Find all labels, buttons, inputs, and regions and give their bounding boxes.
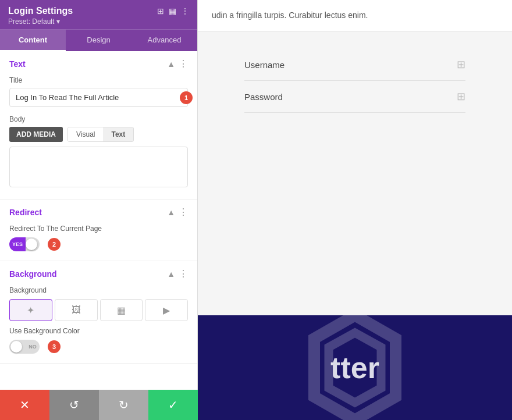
login-form-area: Username ⊞ Password ⊞ [198, 31, 512, 315]
undo-button[interactable]: ↺ [49, 390, 99, 420]
use-bg-badge: 3 [48, 340, 61, 353]
panel-title: Login Settings [8, 6, 73, 16]
panel-footer: ✕ ↺ ↻ ✓ [0, 390, 198, 420]
view-tabs: Visual Text [67, 127, 134, 142]
background-type-row: ✦ 🖼 ▦ ▶ [9, 299, 188, 321]
redirect-section-title: Redirect [9, 208, 42, 217]
add-media-button[interactable]: ADD MEDIA [9, 127, 63, 142]
redo-button[interactable]: ↻ [99, 390, 148, 420]
username-field: Username ⊞ [244, 49, 465, 81]
bg-image-icon[interactable]: 🖼 [55, 299, 98, 321]
body-label: Body [9, 115, 188, 123]
redirect-toggle-wrap[interactable]: YES [9, 237, 40, 251]
text-section-collapse[interactable]: ▲ [167, 59, 175, 69]
panel-body: Text ▲ ⋮ Title 1 Body ADD MEDIA Visual [0, 51, 197, 420]
toggle-yes-label: YES [9, 237, 26, 251]
title-input[interactable] [9, 88, 188, 107]
background-section-more[interactable]: ⋮ [179, 268, 188, 279]
use-bg-color-label: Use Background Color [9, 327, 188, 335]
right-panel: udin a fringilla turpis. Curabitur lectu… [198, 0, 512, 420]
text-section-more[interactable]: ⋮ [179, 58, 188, 69]
body-textarea[interactable] [9, 147, 188, 187]
redirect-section-collapse[interactable]: ▲ [167, 208, 175, 217]
bottom-text: tter [330, 350, 379, 385]
visual-tab[interactable]: Visual [68, 127, 103, 141]
bg-color-icon[interactable]: ✦ [9, 299, 52, 321]
fullscreen-icon[interactable]: ⊞ [157, 6, 164, 16]
redirect-field-label: Redirect To The Current Page [9, 225, 188, 233]
background-section-collapse[interactable]: ▲ [167, 269, 175, 279]
article-text: udin a fringilla turpis. Curabitur lectu… [212, 9, 498, 22]
cancel-button[interactable]: ✕ [0, 390, 49, 420]
password-label: Password [244, 92, 283, 102]
use-bg-toggle-wrap[interactable]: NO [9, 340, 40, 354]
save-button[interactable]: ✓ [148, 390, 198, 420]
background-field-label: Background [9, 286, 188, 294]
redirect-section-more[interactable]: ⋮ [179, 207, 188, 218]
title-field-label: Title [9, 76, 188, 84]
tab-content[interactable]: Content [0, 30, 66, 51]
panel-header: Login Settings ⊞ ▦ ⋮ Preset: Default ▾ [0, 0, 197, 29]
tab-advanced[interactable]: Advanced [131, 30, 197, 51]
password-field: Password ⊞ [244, 81, 465, 113]
tab-design[interactable]: Design [66, 30, 131, 51]
login-form: Username ⊞ Password ⊞ [244, 49, 465, 113]
title-badge: 1 [180, 91, 193, 104]
bottom-banner: tter [198, 315, 512, 420]
toggle-no-text: NO [29, 344, 37, 350]
bg-gradient-icon[interactable]: ▦ [100, 299, 143, 321]
background-section-title: Background [9, 269, 57, 279]
text-section-title: Text [9, 59, 26, 69]
username-label: Username [244, 60, 285, 70]
redirect-section: Redirect ▲ ⋮ Redirect To The Current Pag… [0, 200, 197, 261]
text-tab[interactable]: Text [103, 127, 133, 141]
username-icon: ⊞ [457, 58, 465, 71]
background-section: Background ▲ ⋮ Background ✦ 🖼 ▦ ▶ Use Ba… [0, 261, 197, 364]
redirect-badge: 2 [48, 238, 61, 251]
toggle-thumb [26, 239, 37, 250]
panel-preset[interactable]: Preset: Default ▾ [8, 17, 189, 26]
panel-tabs: Content Design Advanced [0, 29, 197, 51]
bg-video-icon[interactable]: ▶ [145, 299, 188, 321]
password-icon: ⊞ [457, 90, 465, 103]
more-icon[interactable]: ⋮ [181, 6, 189, 16]
toggle-no-thumb [10, 341, 22, 353]
columns-icon[interactable]: ▦ [169, 6, 176, 16]
text-section: Text ▲ ⋮ Title 1 Body ADD MEDIA Visual [0, 51, 197, 200]
article-preview: udin a fringilla turpis. Curabitur lectu… [198, 0, 512, 31]
